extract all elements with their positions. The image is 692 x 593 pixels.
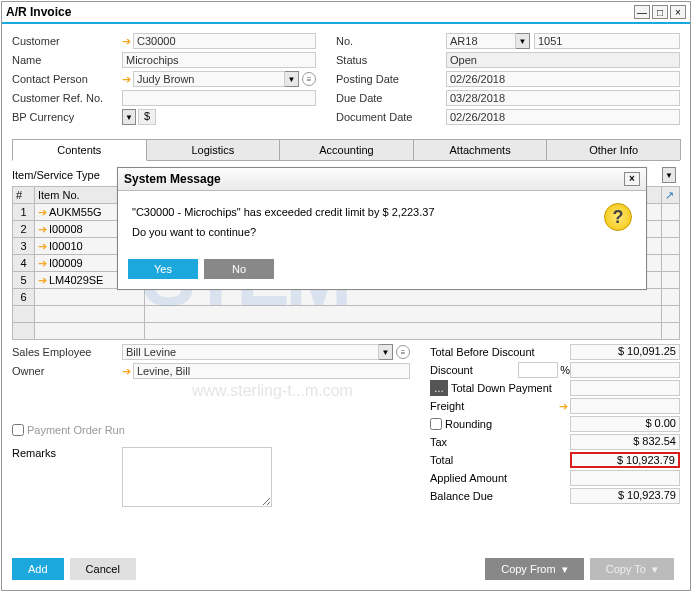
docnum-field[interactable] [534,33,680,49]
cancel-button[interactable]: Cancel [70,558,136,580]
name-label: Name [12,54,122,66]
downpayment-label: Total Down Payment [451,382,570,394]
discount-label: Discount [430,364,518,376]
maximize-button[interactable]: □ [652,5,668,19]
add-button[interactable]: Add [12,558,64,580]
link-arrow-icon: ➔ [38,206,47,218]
col-rownum: # [13,187,35,204]
docdate-label: Document Date [336,111,446,123]
balance-value: $ 10,923.79 [570,488,680,504]
tab-bar: Contents Logistics Accounting Attachment… [12,139,680,161]
system-message-dialog: System Message × "C30000 - Microchips" h… [117,167,647,290]
link-arrow-icon[interactable]: ➔ [122,35,131,48]
link-arrow-icon[interactable]: ➔ [559,400,568,413]
total-value: $ 10,923.79 [570,452,680,468]
window-title: A/R Invoice [6,5,634,19]
customer-field[interactable] [133,33,316,49]
salesemp-label: Sales Employee [12,346,122,358]
copy-from-button[interactable]: Copy From ▾ [485,558,584,580]
no-button[interactable]: No [204,259,274,279]
contact-dropdown[interactable]: ▼ [285,71,299,87]
dialog-close-button[interactable]: × [624,172,640,186]
customer-label: Customer [12,35,122,47]
dialog-title: System Message [124,172,624,186]
discount-pct-field[interactable] [518,362,558,378]
due-date-field[interactable] [446,90,680,106]
freight-value [570,398,680,414]
status-field [446,52,680,68]
payment-order-label: Payment Order Run [27,424,137,436]
contact-field[interactable] [133,71,285,87]
link-arrow-icon: ➔ [38,223,47,235]
tab-attachments[interactable]: Attachments [413,139,548,160]
close-button[interactable]: × [670,5,686,19]
total-before-label: Total Before Discount [430,346,570,358]
link-arrow-icon: ➔ [38,240,47,252]
table-row-empty [13,323,680,340]
salesemp-detail-icon[interactable]: ≡ [396,345,410,359]
window: A/R Invoice — □ × Customer ➔ Name [1,1,691,591]
bpcurrency-label: BP Currency [12,111,122,123]
downpayment-value [570,380,680,396]
copy-to-button[interactable]: Copy To ▾ [590,558,674,580]
tax-label: Tax [430,436,570,448]
salesemp-field[interactable] [122,344,379,360]
salesemp-dropdown[interactable]: ▼ [379,344,393,360]
bpcurrency-dropdown[interactable]: ▼ [122,109,136,125]
no-label: No. [336,35,446,47]
table-row-empty [13,306,680,323]
expand-icon[interactable]: ↗ [662,187,680,204]
tab-logistics[interactable]: Logistics [146,139,281,160]
applied-value [570,470,680,486]
due-label: Due Date [336,92,446,104]
tab-contents[interactable]: Contents [12,139,147,161]
status-label: Status [336,54,446,66]
table-row[interactable]: 6 [13,289,680,306]
link-arrow-icon[interactable]: ➔ [122,73,131,86]
total-before-value: $ 10,091.25 [570,344,680,360]
balance-label: Balance Due [430,490,570,502]
link-arrow-icon: ➔ [38,257,47,269]
question-icon: ? [604,203,632,231]
contact-detail-icon[interactable]: ≡ [302,72,316,86]
refno-label: Customer Ref. No. [12,92,122,104]
owner-field[interactable] [133,363,410,379]
posting-date-field[interactable] [446,71,680,87]
link-arrow-icon: ➔ [38,274,47,286]
dialog-message-1: "C30000 - Microchips" has exceeded credi… [132,203,604,223]
rounding-checkbox[interactable] [430,418,442,430]
downpayment-button[interactable]: … [430,380,448,396]
minimize-button[interactable]: — [634,5,650,19]
freight-label: Freight [430,400,559,412]
link-arrow-icon[interactable]: ➔ [122,365,131,378]
contact-label: Contact Person [12,73,122,85]
tab-accounting[interactable]: Accounting [279,139,414,160]
tab-other-info[interactable]: Other Info [546,139,681,160]
doc-date-field[interactable] [446,109,680,125]
applied-label: Applied Amount [430,472,570,484]
refno-field[interactable] [122,90,316,106]
remarks-field[interactable] [122,447,272,507]
name-field[interactable] [122,52,316,68]
posting-label: Posting Date [336,73,446,85]
currency-symbol: $ [138,109,156,125]
grid-settings-dropdown[interactable]: ▼ [662,167,676,183]
rounding-value: $ 0.00 [570,416,680,432]
dialog-message-2: Do you want to continue? [132,223,604,243]
item-type-label: Item/Service Type [12,169,100,181]
payment-order-checkbox[interactable] [12,424,24,436]
rounding-label: Rounding [445,418,570,430]
series-dropdown[interactable]: ▼ [516,33,530,49]
owner-label: Owner [12,365,122,377]
total-label: Total [430,454,570,466]
series-field[interactable] [446,33,516,49]
tax-value: $ 832.54 [570,434,680,450]
remarks-label: Remarks [12,447,122,507]
discount-value [570,362,680,378]
yes-button[interactable]: Yes [128,259,198,279]
titlebar: A/R Invoice — □ × [2,2,690,24]
